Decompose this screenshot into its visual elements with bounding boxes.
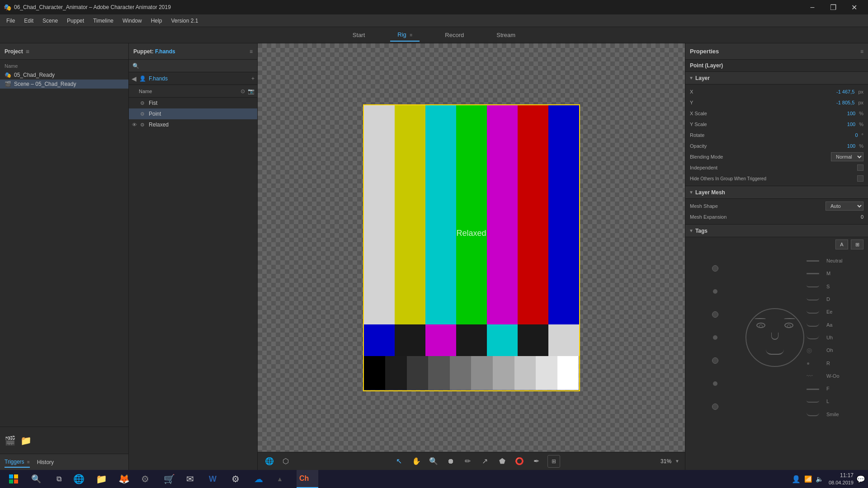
pen-tool-button[interactable]: ✏ [462,455,474,468]
prop-y-value[interactable]: -1 805,5 [818,100,854,105]
tag-grid-button[interactable]: ⊞ [851,239,863,249]
taskbar-app-onedrive[interactable]: ☁ [251,470,273,488]
project-item-scene[interactable]: 🎬 Scene – 05_Chad_Ready [0,80,128,89]
film-icon[interactable]: 🎬 [5,435,16,446]
task-view-button[interactable]: ⧉ [48,470,70,488]
menu-edit[interactable]: Edit [19,16,38,26]
right-pupil [787,324,791,328]
taskbar-app-character-animator[interactable]: Ch [297,470,318,488]
zoom-dropdown-icon[interactable]: ▼ [675,459,679,464]
puppet-search-bar[interactable]: 🔍 [129,60,257,72]
taskbar-app-word[interactable]: W [206,470,228,488]
taskbar-app-store[interactable]: 🛒 [161,470,183,488]
prop-xscale-value[interactable]: 100 [819,111,855,116]
taskbar-app-unknown[interactable]: ▲ [274,470,296,488]
dot-cheek-left-upper[interactable] [713,335,717,340]
search-input[interactable] [141,63,254,69]
menu-bar: File Edit Scene Puppet Timeline Window H… [0,14,868,27]
puppet-header-menu[interactable]: ≡ [250,48,253,55]
shape-tool-button[interactable]: ⬟ [496,455,509,468]
clock[interactable]: 11:17 08.04.2019 [829,472,854,486]
minimize-button[interactable]: – [802,0,823,14]
dot-brow-left-outer[interactable] [712,265,718,272]
dot-cheek-left-lower[interactable] [712,357,718,364]
menu-timeline[interactable]: Timeline [89,16,118,26]
independent-checkbox[interactable] [857,164,863,171]
tab-stream[interactable]: Stream [489,29,523,41]
menu-file[interactable]: File [2,16,19,26]
project-menu-icon[interactable]: ≡ [26,48,29,55]
taskbar-app-settings[interactable]: ⚙ [229,470,250,488]
layer-item-point[interactable]: ⚙ Point [129,108,257,119]
dot-mouth-left[interactable] [713,381,717,386]
arrow-tool-button[interactable]: ↗ [479,455,491,468]
phoneme-s-label: S [826,284,831,289]
tab-history[interactable]: History [37,457,54,467]
brush-tool-button[interactable]: ✒ [530,455,543,468]
add-layer-button[interactable]: + [251,75,255,82]
prop-opacity-value[interactable]: 100 [819,143,855,149]
prop-rotate-value[interactable]: 0 [822,132,858,138]
shade-5 [471,356,493,390]
grid-select-button[interactable]: ⊞ [547,455,560,468]
blending-mode-select[interactable]: Normal Multiply Screen Overlay [831,152,863,161]
hex-tool-button[interactable]: ⬡ [279,455,292,468]
layer-visibility-relaxed[interactable]: 👁 [131,122,138,127]
prop-yscale-value[interactable]: 100 [819,122,855,127]
search-button[interactable]: 🔍 [25,470,47,488]
maximize-button[interactable]: ❐ [823,0,844,14]
taskbar-app-firefox[interactable]: 🦊 [116,470,137,488]
zoom-tool-button[interactable]: 🔍 [427,455,440,468]
taskbar-app-mail[interactable]: ✉ [184,470,205,488]
layer-section-header[interactable]: ▼ Layer [685,72,868,84]
tab-record[interactable]: Record [438,29,471,41]
folder-icon[interactable]: 📁 [20,435,32,446]
close-button[interactable]: ✕ [844,0,864,14]
start-button[interactable] [3,470,24,488]
properties-menu-icon[interactable]: ≡ [860,48,863,55]
prop-yscale-value-group: 100 % [809,122,863,127]
taskbar-app-explorer[interactable]: 📁 [93,470,115,488]
face-center [745,252,805,423]
project-item-puppet[interactable]: 🎭 05_Chad_Ready [0,70,128,80]
globe-tool-button[interactable]: 🌐 [263,455,276,468]
notification-icon[interactable]: 💬 [856,475,865,483]
properties-header: Properties ≡ [685,43,868,60]
prop-mesh-expansion-value[interactable]: 0 [827,214,863,220]
mesh-shape-select[interactable]: Auto Rectangle Custom [826,202,863,211]
dot-chin-left[interactable] [712,404,718,410]
taskbar-app-ie[interactable]: 🌐 [71,470,92,488]
hand-tool-button[interactable]: ✋ [410,455,423,468]
circle-tool-button[interactable]: ⭕ [513,455,526,468]
menu-puppet[interactable]: Puppet [62,16,89,26]
puppet-icon: 🎭 [5,72,11,78]
system-icon: ⚙ [141,474,149,484]
hide-others-checkbox[interactable] [857,175,863,182]
dot-eye-left[interactable] [712,311,718,318]
taskbar-app-system[interactable]: ⚙ [138,470,160,488]
select-tool-button[interactable]: ↖ [393,455,406,468]
phoneme-d-icon [807,296,825,302]
prop-blending-value-group[interactable]: Normal Multiply Screen Overlay [809,152,863,161]
tags-section-header[interactable]: ▼ Tags [685,225,868,237]
dot-brow-left-inner[interactable] [713,289,717,294]
menu-scene[interactable]: Scene [38,16,62,26]
phoneme-f-icon [807,386,825,391]
prop-yscale-label: Y Scale [690,122,809,127]
menu-window[interactable]: Window [118,16,146,26]
tag-text-button[interactable]: A [835,239,848,249]
prop-mesh-shape-value-group[interactable]: Auto Rectangle Custom [809,202,863,211]
record-tool-button[interactable]: ⏺ [444,455,457,468]
phoneme-uh-icon [807,335,825,340]
tab-rig[interactable]: Rig ≡ [390,28,420,42]
back-button[interactable]: ◀ [132,75,137,82]
canvas-container[interactable]: Relaxed [258,43,685,452]
tab-start[interactable]: Start [345,29,372,41]
prop-x-value[interactable]: -1 467,5 [818,89,854,94]
zoom-level[interactable]: 31% [660,458,671,465]
layer-item-fist[interactable]: ⚙ Fist [129,98,257,108]
layer-mesh-section-header[interactable]: ▼ Layer Mesh [685,186,868,199]
layer-item-relaxed[interactable]: 👁 ⚙ Relaxed [129,119,257,130]
menu-help[interactable]: Help [146,16,167,26]
tab-triggers[interactable]: Triggers ≡ [5,457,30,468]
